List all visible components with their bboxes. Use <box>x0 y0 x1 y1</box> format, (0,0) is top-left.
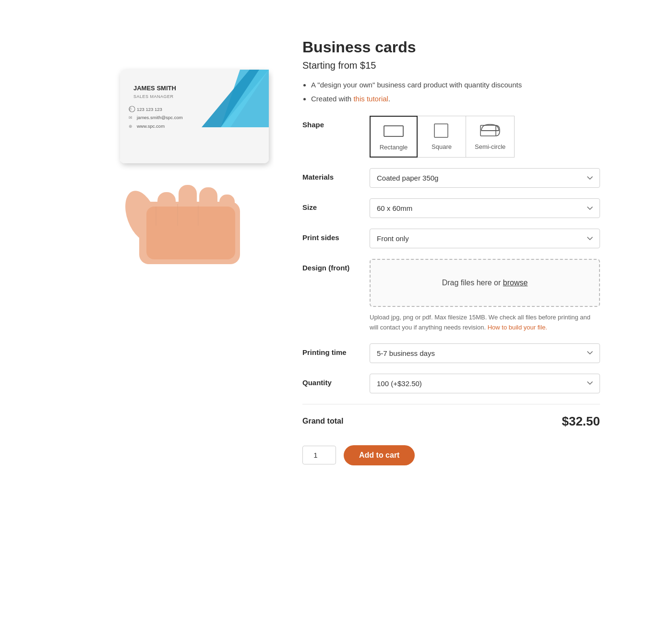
svg-rect-6 <box>146 207 235 259</box>
divider <box>302 404 600 404</box>
shape-row: Shape Rectangle <box>302 116 600 158</box>
shape-semi-circle-label: Semi-circle <box>475 143 505 150</box>
svg-rect-23 <box>384 126 403 136</box>
printing-time-label: Printing time <box>302 343 370 356</box>
grand-total-value: $32.50 <box>562 414 600 429</box>
materials-label: Materials <box>302 168 370 181</box>
product-image-area: JAMES SMITH SALES MANAGER ✆ 123 123 123 … <box>72 34 274 274</box>
build-file-link[interactable]: How to build your file. <box>488 324 547 331</box>
svg-rect-24 <box>434 124 448 137</box>
design-front-label: Design (front) <box>302 259 370 272</box>
svg-text:JAMES SMITH: JAMES SMITH <box>133 85 176 92</box>
shape-square-label: Square <box>432 143 452 150</box>
quantity-row: Quantity 100 (+$32.50) 250 (+$55.00) 500… <box>302 374 600 393</box>
grand-total-row: Grand total $32.50 <box>302 414 600 434</box>
product-title: Business cards <box>302 38 600 56</box>
svg-text:✉: ✉ <box>129 115 132 120</box>
design-front-content: Drag files here or browse Upload jpg, pn… <box>370 259 600 333</box>
shape-semi-circle[interactable]: Semi-circle <box>466 116 515 158</box>
shape-label: Shape <box>302 116 370 129</box>
svg-text:www.spc.com: www.spc.com <box>136 123 165 129</box>
shape-options: Rectangle Square <box>370 116 600 158</box>
size-row: Size 60 x 60mm 85 x 55mm 90 x 50mm <box>302 198 600 218</box>
upload-browse-link[interactable]: browse <box>503 279 528 287</box>
shape-rectangle-label: Rectangle <box>380 144 408 151</box>
hand-illustration <box>119 185 240 264</box>
svg-text:123 123 123: 123 123 123 <box>137 107 162 112</box>
square-icon <box>430 122 454 139</box>
upload-hint: Upload jpg, png or pdf. Max filesize 15M… <box>370 313 600 333</box>
add-to-cart-row: Add to cart <box>302 445 600 465</box>
cart-quantity-input[interactable] <box>302 446 336 464</box>
page-container: JAMES SMITH SALES MANAGER ✆ 123 123 123 … <box>72 19 600 465</box>
print-sides-label: Print sides <box>302 229 370 242</box>
print-sides-content: Front only Front and back <box>370 229 600 248</box>
materials-row: Materials Coated paper 350g Uncoated pap… <box>302 168 600 188</box>
svg-text:SALES MANAGER: SALES MANAGER <box>133 94 174 99</box>
business-card: JAMES SMITH SALES MANAGER ✆ 123 123 123 … <box>120 70 269 163</box>
printing-time-content: 5-7 business days 3-4 business days 1-2 … <box>370 343 600 363</box>
svg-text:james.smith@spc.com: james.smith@spc.com <box>136 115 183 120</box>
product-price: Starting from $15 <box>302 60 600 71</box>
printing-time-select[interactable]: 5-7 business days 3-4 business days 1-2 … <box>370 343 600 363</box>
bullet-1: A "design your own" business card produc… <box>311 80 600 91</box>
quantity-label: Quantity <box>302 374 370 387</box>
grand-total-label: Grand total <box>302 417 343 426</box>
product-bullets: A "design your own" business card produc… <box>302 80 600 104</box>
size-label: Size <box>302 198 370 211</box>
svg-text:✆: ✆ <box>129 107 132 111</box>
size-select[interactable]: 60 x 60mm 85 x 55mm 90 x 50mm <box>370 198 600 218</box>
rectangle-icon <box>382 122 406 140</box>
quantity-content: 100 (+$32.50) 250 (+$55.00) 500 (+$90.00… <box>370 374 600 393</box>
bullet-2: Created with this tutorial. <box>311 94 600 105</box>
size-content: 60 x 60mm 85 x 55mm 90 x 50mm <box>370 198 600 218</box>
shape-rectangle[interactable]: Rectangle <box>370 116 418 158</box>
print-sides-row: Print sides Front only Front and back <box>302 229 600 248</box>
materials-content: Coated paper 350g Uncoated paper 300g Si… <box>370 168 600 188</box>
materials-select[interactable]: Coated paper 350g Uncoated paper 300g Si… <box>370 168 600 188</box>
upload-text: Drag files here or browse <box>442 279 528 287</box>
tutorial-link[interactable]: this tutorial <box>353 95 388 103</box>
print-sides-select[interactable]: Front only Front and back <box>370 229 600 248</box>
quantity-select[interactable]: 100 (+$32.50) 250 (+$55.00) 500 (+$90.00… <box>370 374 600 393</box>
svg-text:⊕: ⊕ <box>129 124 132 129</box>
shape-square[interactable]: Square <box>418 116 466 158</box>
semi-circle-icon <box>478 122 502 139</box>
design-front-row: Design (front) Drag files here or browse… <box>302 259 600 333</box>
product-details: Business cards Starting from $15 A "desi… <box>302 34 600 465</box>
shape-selector: Rectangle Square <box>370 116 600 158</box>
product-image: JAMES SMITH SALES MANAGER ✆ 123 123 123 … <box>72 34 274 266</box>
add-to-cart-button[interactable]: Add to cart <box>344 445 415 465</box>
upload-dropzone[interactable]: Drag files here or browse <box>370 259 600 307</box>
printing-time-row: Printing time 5-7 business days 3-4 busi… <box>302 343 600 363</box>
